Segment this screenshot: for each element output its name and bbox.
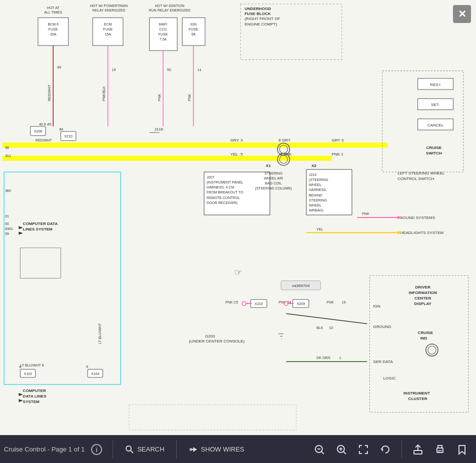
svg-text:SWITCH: SWITCH: [426, 151, 442, 156]
search-button[interactable]: SEARCH: [119, 442, 170, 457]
svg-text:5A: 5A: [191, 32, 196, 36]
svg-text:69: 69: [57, 66, 61, 70]
diagram-area: ✕ UNDERHOOD FUSE BLOCK (RIGHT FRONT OF E…: [0, 0, 476, 435]
svg-text:PNK: PNK: [327, 300, 334, 304]
svg-marker-180: [193, 447, 197, 452]
svg-text:DRIVER: DRIVER: [415, 285, 430, 290]
zoom-out-button[interactable]: [309, 440, 329, 460]
svg-text:SET-: SET-: [431, 102, 440, 107]
svg-text:J116: J116: [155, 127, 164, 132]
svg-text:CANCEL: CANCEL: [427, 123, 444, 128]
svg-text:10: 10: [329, 326, 333, 330]
svg-text:BAG COIL: BAG COIL: [265, 182, 282, 186]
svg-text:BCM 6: BCM 6: [48, 22, 59, 26]
svg-text:FUSE: FUSE: [158, 32, 168, 36]
info-icon: i: [91, 444, 102, 455]
svg-rect-191: [414, 450, 422, 454]
svg-text:59: 59: [5, 232, 9, 236]
svg-text:HOT AT: HOT AT: [47, 6, 60, 10]
svg-text:WHEEL: WHEEL: [309, 204, 321, 208]
svg-text:7.5A: 7.5A: [159, 38, 167, 42]
zoom-controls: [309, 440, 395, 460]
svg-text:FUSE: FUSE: [189, 28, 198, 32]
svg-text:CCC: CCC: [159, 28, 167, 32]
svg-text:UNDERHOOD: UNDERHOOD: [245, 6, 271, 11]
svg-text:COMPUTER DATA: COMPUTER DATA: [23, 222, 58, 226]
svg-text:G203: G203: [205, 334, 215, 338]
svg-text:AIRBAG): AIRBAG): [309, 208, 323, 212]
svg-text:X2: X2: [311, 164, 316, 168]
svg-text:X104: X104: [91, 372, 100, 376]
svg-text:HARNESS,: HARNESS,: [309, 188, 327, 192]
svg-text:INFORMATION: INFORMATION: [409, 290, 437, 295]
svg-text:REMOTE CONTROL: REMOTE CONTROL: [207, 196, 240, 200]
svg-text:IGN: IGN: [373, 304, 381, 308]
svg-text:19: 19: [112, 68, 116, 72]
wires-icon: [189, 445, 198, 454]
svg-text:STEERING: STEERING: [309, 198, 327, 202]
svg-text:STEERING: STEERING: [264, 172, 282, 176]
svg-point-177: [126, 446, 131, 451]
toolbar: Cruise Control - Page 1 of 1 i SEARCH: [0, 435, 476, 463]
svg-text:RELAY ENERGIZED: RELAY ENERGIZED: [93, 8, 126, 12]
print-button[interactable]: [430, 440, 450, 460]
svg-text:(RIGHT FRONT OF: (RIGHT FRONT OF: [245, 16, 280, 21]
close-button[interactable]: ✕: [453, 5, 471, 23]
svg-text:DOOR RECEIVER): DOOR RECEIVER): [207, 201, 238, 205]
fit-icon: [358, 444, 369, 455]
svg-text:X208: X208: [34, 130, 43, 134]
svg-text:BEHIND: BEHIND: [309, 194, 322, 198]
svg-text:56: 56: [5, 146, 9, 150]
divider-2: [176, 440, 177, 458]
svg-text:LT BLU/WHT: LT BLU/WHT: [98, 323, 102, 344]
svg-text:IGN: IGN: [190, 22, 197, 26]
svg-rect-51: [3, 142, 387, 148]
toolbar-left: Cruise Control - Page 1 of 1 i: [4, 440, 107, 460]
svg-text:01: 01: [5, 214, 9, 218]
app-container: ✕ UNDERHOOD FUSE BLOCK (RIGHT FRONT OF E…: [0, 0, 476, 463]
svg-text:J210: J210: [309, 173, 316, 177]
svg-text:LT BLU/WHT  8: LT BLU/WHT 8: [21, 364, 44, 368]
fit-button[interactable]: [353, 440, 373, 460]
svg-text:ENGINE COMPT): ENGINE COMPT): [245, 22, 277, 26]
svg-text:X209: X209: [297, 302, 305, 306]
svg-text:19: 19: [342, 300, 346, 304]
info-button[interactable]: i: [87, 440, 107, 460]
svg-text:va369704: va369704: [292, 284, 310, 288]
svg-text:INSTRUMENT: INSTRUMENT: [403, 391, 430, 396]
bookmark-button[interactable]: [452, 440, 472, 460]
rotate-button[interactable]: [375, 440, 395, 460]
svg-text:00: 00: [5, 222, 9, 226]
svg-text:CENTER: CENTER: [414, 296, 431, 300]
svg-text:RED/WHT: RED/WHT: [48, 84, 52, 102]
export-button[interactable]: [408, 440, 428, 460]
svg-text:HARNESS, 4 CM: HARNESS, 4 CM: [207, 186, 234, 190]
svg-text:ALL TIMES: ALL TIMES: [44, 10, 62, 14]
svg-text:(UNDER CENTER CONSOLE): (UNDER CENTER CONSOLE): [189, 339, 245, 344]
svg-text:CRUISE: CRUISE: [418, 330, 433, 335]
svg-text:40  8: 40 8: [39, 122, 46, 126]
print-icon: [434, 444, 445, 455]
svg-text:WHEEL: WHEEL: [309, 183, 321, 187]
svg-text:6361: 6361: [5, 227, 13, 231]
svg-text:84: 84: [59, 128, 63, 132]
bookmark-icon: [456, 444, 467, 455]
rotate-icon: [380, 444, 391, 455]
svg-text:CLUSTER: CLUSTER: [408, 396, 427, 401]
svg-text:LEFT STEERING WHEEL: LEFT STEERING WHEEL: [397, 171, 445, 176]
divider-1: [113, 440, 113, 458]
show-wires-button[interactable]: SHOW WIRES: [183, 442, 250, 457]
svg-text:i: i: [96, 446, 98, 454]
zoom-in-button[interactable]: [331, 440, 351, 460]
svg-text:GROUND: GROUND: [373, 324, 391, 329]
svg-text:311: 311: [5, 154, 11, 158]
svg-text:FROM BREAKOUT TO: FROM BREAKOUT TO: [207, 190, 244, 194]
svg-text:CONTROL SWITCH: CONTROL SWITCH: [397, 176, 434, 181]
svg-text:IND: IND: [420, 336, 427, 340]
svg-text:FUSE: FUSE: [49, 28, 58, 32]
svg-text:PNK/BLK: PNK/BLK: [102, 86, 106, 101]
svg-text:1: 1: [339, 356, 341, 360]
svg-text:RES+: RES+: [430, 82, 441, 87]
svg-text:ECM: ECM: [104, 22, 112, 26]
zoom-in-icon: [336, 444, 347, 455]
